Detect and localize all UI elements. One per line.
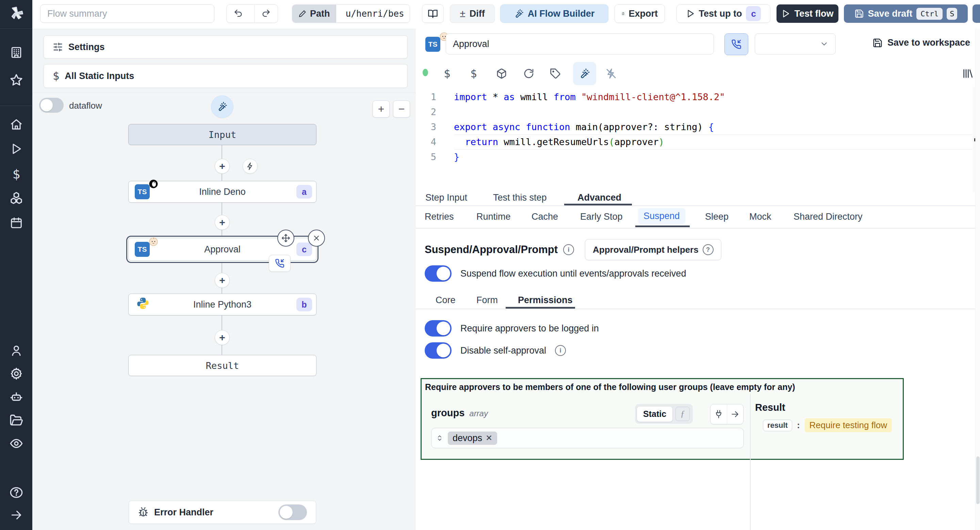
approval-phone-button[interactable] — [724, 34, 748, 55]
self-approval-toggle-row: Disable self-approval i — [425, 342, 566, 359]
page-scrollbar[interactable] — [975, 29, 980, 530]
path-group[interactable]: Path u/henri/bes — [292, 5, 410, 23]
zoom-out-button[interactable]: − — [393, 101, 410, 118]
folders-icon[interactable] — [9, 413, 24, 428]
home-icon[interactable] — [9, 118, 24, 132]
runs-icon[interactable] — [9, 142, 24, 156]
ai-step-wand-button[interactable] — [211, 95, 234, 118]
zoom-in-button[interactable]: + — [372, 101, 390, 118]
settings-gear-icon[interactable] — [9, 367, 24, 381]
help-icon[interactable] — [9, 485, 24, 500]
flow-node-input[interactable]: Input — [128, 124, 317, 145]
flow-node-inline-deno[interactable]: TS Inline Deno a — [128, 181, 317, 203]
delete-node-button[interactable] — [308, 230, 325, 247]
all-static-inputs-button[interactable]: $ All Static Inputs — [43, 64, 408, 88]
windmill-logo-icon[interactable] — [9, 6, 24, 21]
scrollbar-thumb[interactable] — [976, 457, 980, 504]
zap-off-icon[interactable] — [604, 66, 619, 81]
result-key-chip[interactable]: result — [763, 420, 792, 431]
tab-retries[interactable]: Retries — [425, 212, 454, 222]
flow-node-result[interactable]: Result — [128, 355, 317, 376]
add-step-button[interactable]: + — [215, 330, 230, 345]
library-panel-icon[interactable] — [960, 66, 975, 81]
reload-icon[interactable] — [521, 66, 536, 81]
error-handler-toggle[interactable] — [278, 504, 307, 520]
tab-shared-directory[interactable]: Shared Directory — [794, 212, 862, 222]
variables-icon[interactable]: $ — [9, 167, 24, 181]
arrow-right-icon[interactable] — [727, 404, 743, 424]
export-button[interactable]: Export — [614, 5, 665, 23]
redo-button[interactable] — [254, 5, 278, 22]
tab-runtime[interactable]: Runtime — [476, 212, 511, 222]
code-line[interactable]: 5} — [416, 150, 980, 164]
deploy-button-partial[interactable] — [972, 5, 980, 23]
undo-button[interactable] — [227, 5, 250, 22]
ai-flow-builder-button[interactable]: AI Flow Builder — [500, 5, 608, 23]
tag-icon[interactable] — [548, 66, 563, 81]
add-step-button[interactable]: + — [215, 273, 230, 288]
tab-suspend[interactable]: Suspend — [638, 208, 685, 224]
groups-chips-input[interactable]: devops ✕ — [431, 428, 744, 448]
flow-summary-input[interactable]: Flow summary — [40, 5, 215, 23]
dataflow-toggle[interactable] — [39, 98, 64, 113]
group-chip-devops[interactable]: devops ✕ — [448, 431, 497, 445]
tab-step-input[interactable]: Step Input — [425, 192, 467, 203]
users-icon[interactable] — [9, 343, 24, 358]
tab-advanced[interactable]: Advanced — [578, 192, 621, 203]
expand-sidebar-arrow-icon[interactable] — [9, 508, 24, 522]
diff-button[interactable]: ± Diff — [450, 5, 495, 23]
favorites-star-icon[interactable] — [9, 73, 24, 87]
code-line[interactable]: 3export async function main(approver?: s… — [416, 120, 980, 134]
tab-mock[interactable]: Mock — [749, 212, 772, 222]
package-icon[interactable] — [494, 66, 509, 81]
workspace-icon[interactable] — [9, 45, 24, 60]
flow-settings-button[interactable]: Settings — [43, 35, 408, 59]
result-panel-title: Result — [755, 402, 785, 413]
approval-phone-badge[interactable] — [269, 255, 291, 272]
test-flow-button[interactable]: Test flow — [776, 5, 838, 23]
tab-sleep[interactable]: Sleep — [705, 212, 729, 222]
audit-logs-eye-icon[interactable] — [9, 436, 24, 451]
tab-test-this-step[interactable]: Test this step — [493, 192, 547, 203]
schedules-icon[interactable] — [9, 216, 24, 230]
plug-icon[interactable] — [711, 404, 727, 424]
info-icon[interactable]: i — [563, 244, 574, 255]
add-step-button[interactable]: + — [215, 215, 230, 230]
static-mode-button[interactable]: Static — [637, 406, 673, 422]
code-editor[interactable]: 1import * as wmill from "windmill-client… — [416, 87, 980, 192]
tab-permissions[interactable]: Permissions — [518, 295, 573, 305]
tab-core[interactable]: Core — [436, 295, 456, 305]
javascript-expression-button[interactable]: ƒ — [675, 407, 690, 421]
info-icon[interactable]: i — [555, 345, 566, 356]
require-logged-in-toggle[interactable] — [425, 320, 452, 337]
error-handler-card[interactable]: Error Handler — [129, 501, 316, 524]
remove-chip-icon[interactable]: ✕ — [485, 433, 492, 443]
tab-early-stop[interactable]: Early Stop — [580, 212, 623, 222]
python-icon — [136, 297, 150, 313]
result-value-chip[interactable]: Require testing flow — [805, 418, 892, 432]
script-kind-select[interactable] — [755, 34, 836, 54]
docs-button[interactable] — [422, 5, 444, 23]
disable-self-approval-toggle[interactable] — [425, 342, 452, 359]
suspend-toggle[interactable] — [425, 265, 452, 282]
add-step-button[interactable]: + — [215, 159, 230, 174]
move-node-handle[interactable] — [277, 230, 294, 247]
tab-cache[interactable]: Cache — [531, 212, 558, 222]
workers-robot-icon[interactable] — [9, 390, 24, 404]
flow-node-inline-python3[interactable]: Inline Python3 b — [128, 294, 317, 315]
trigger-bolt-button[interactable] — [243, 159, 258, 174]
ai-assistant-wand-button[interactable] — [573, 62, 596, 85]
approval-prompt-helpers-button[interactable]: Approval/Prompt helpers ? — [585, 239, 721, 260]
test-up-to-button[interactable]: Test up to c — [676, 5, 770, 23]
resources-dollar-icon[interactable]: $ — [466, 66, 481, 81]
tab-form[interactable]: Form — [476, 295, 498, 305]
resources-icon[interactable] — [9, 191, 24, 205]
code-line[interactable]: 1import * as wmill from "windmill-client… — [416, 89, 980, 105]
variables-icon[interactable]: $ — [440, 66, 455, 81]
flow-graph-panel: Settings $ All Static Inputs dataflow + … — [32, 29, 417, 530]
step-name-input[interactable]: Approval — [446, 34, 714, 54]
sort-handle-icon[interactable] — [436, 435, 443, 441]
save-draft-button[interactable]: Save draft Ctrl S — [844, 5, 968, 23]
code-line[interactable]: 2 — [416, 105, 980, 120]
save-to-workspace-button[interactable]: Save to workspace — [872, 37, 970, 48]
